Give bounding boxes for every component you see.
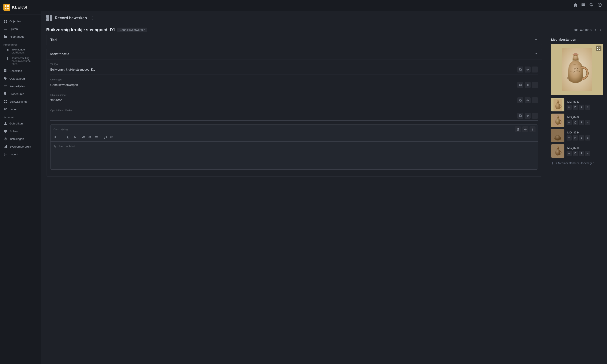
media-main-image[interactable] [551, 44, 603, 95]
home-icon[interactable] [573, 3, 578, 8]
sidebar-item-bulkwijzigingen[interactable]: Bulkwijzigingen [0, 98, 41, 105]
media-expand-button[interactable] [596, 46, 601, 51]
svg-rect-54 [519, 99, 521, 101]
message-icon[interactable] [581, 3, 586, 8]
sidebar-item-objecttypen[interactable]: Objecttypen [0, 75, 41, 82]
thumb-edit-btn-2[interactable]: ✏ [567, 135, 572, 141]
media-panel: Mediabestanden [547, 35, 607, 364]
logo-icon [3, 4, 10, 11]
toolbar-underline-btn[interactable]: U [66, 134, 71, 140]
next-record-button[interactable]: › [599, 27, 602, 33]
toolbar-bold-btn[interactable]: B [53, 134, 58, 140]
sidebar-item-leden[interactable]: Leden [0, 105, 41, 113]
toolbar-italic-btn[interactable]: I [59, 134, 65, 140]
field-eye-btn-titels[interactable] [525, 66, 531, 73]
thumb-reorder-btn-2[interactable]: ≡ [585, 135, 590, 141]
toolbar-strike-btn[interactable]: S [72, 134, 78, 140]
media-thumb-img8785[interactable] [551, 144, 564, 158]
svg-rect-31 [6, 102, 7, 103]
toolbar-align-btn[interactable] [94, 134, 99, 140]
users-icon [3, 107, 7, 111]
menu-icon[interactable] [46, 3, 51, 8]
field-more-btn-opschriften[interactable]: ⋮ [532, 113, 538, 119]
svg-rect-0 [5, 5, 6, 7]
sidebar-label-collecties: Collecties [9, 69, 22, 73]
field-copy-btn-titels[interactable] [517, 66, 523, 73]
thumb-actions-0: ✏ ℹ ≡ [567, 104, 603, 110]
field-more-btn-titels[interactable]: ⋮ [532, 66, 538, 73]
toolbar-image-btn[interactable] [109, 134, 114, 140]
svg-rect-61 [517, 129, 519, 130]
toolbar-link-btn[interactable] [102, 134, 108, 140]
sidebar-item-keuzelijsten[interactable]: Keuzelijsten [0, 82, 41, 90]
field-eye-btn-objecttype[interactable] [525, 82, 531, 88]
toolbar-unordered-list-btn[interactable] [87, 134, 93, 140]
richtext-eye-btn[interactable] [522, 126, 528, 132]
media-thumb-img8783[interactable] [551, 98, 564, 111]
thumb-edit-btn-0[interactable]: ✏ [567, 104, 572, 110]
field-actions-objecttype: ⋮ [517, 82, 538, 88]
sidebar-item-objecten[interactable]: Objecten [0, 17, 41, 25]
thumb-delete-btn-0[interactable] [573, 104, 578, 110]
thumb-edit-btn-1[interactable]: ✏ [567, 120, 572, 125]
sidebar-subitem-inkomende[interactable]: Inkomende bruiklenen. [0, 47, 41, 55]
bulk-icon [3, 100, 7, 104]
field-copy-btn-objectnummer[interactable] [517, 97, 523, 103]
thumb-info-btn-2[interactable]: ℹ [579, 135, 584, 141]
section-titel-header[interactable]: Titel [46, 35, 542, 45]
field-more-btn-objectnummer[interactable]: ⋮ [532, 97, 538, 103]
thumb-info-btn-3[interactable]: ℹ [579, 151, 584, 156]
sidebar-item-procedures[interactable]: Procedures [0, 90, 41, 98]
thumb-info-btn-0[interactable]: ℹ [579, 104, 584, 110]
sidebar-item-logout[interactable]: Logout [0, 150, 41, 158]
svg-rect-28 [4, 100, 5, 101]
svg-point-34 [5, 122, 6, 123]
thumb-edit-btn-3[interactable]: ✏ [567, 151, 572, 156]
app-logo[interactable]: KLEKSI [0, 0, 41, 15]
field-copy-btn-objecttype[interactable] [517, 82, 523, 88]
field-more-btn-objecttype[interactable]: ⋮ [532, 82, 538, 88]
sidebar-item-filemanager[interactable]: Filemanager [0, 33, 41, 40]
toolbar-ordered-list-btn[interactable]: 1. [81, 134, 86, 140]
svg-rect-66 [83, 136, 85, 137]
svg-rect-4 [4, 20, 5, 21]
refresh-icon[interactable] [589, 3, 594, 8]
sidebar-item-gebruikers[interactable]: Gebruikers [0, 119, 41, 127]
help-icon[interactable]: ? [598, 3, 602, 8]
media-thumb-img8782[interactable] [551, 114, 564, 127]
toolbar-divider-1 [79, 135, 79, 139]
svg-rect-14 [7, 50, 8, 51]
thumb-info-btn-1[interactable]: ℹ [579, 120, 584, 125]
sidebar-item-instellingen[interactable]: Instellingen [0, 135, 41, 143]
subitem-label-inkomende: Inkomende bruiklenen. [12, 48, 38, 54]
chevron-up-icon [534, 52, 538, 56]
add-media-button[interactable]: + Mediabestand(en) toevoegen [551, 160, 603, 166]
richtext-more-btn[interactable]: ⋮ [529, 126, 536, 132]
prev-record-button[interactable]: ‹ [594, 27, 597, 33]
sidebar-item-rollen[interactable]: Rollen [0, 127, 41, 135]
thumb-reorder-btn-0[interactable]: ≡ [585, 104, 590, 110]
field-eye-btn-opschriften[interactable] [525, 113, 531, 119]
sidebar-item-systeemverbruik[interactable]: Systeemverbruik [0, 143, 41, 150]
thumb-delete-btn-2[interactable] [573, 135, 578, 141]
topbar: ? [41, 0, 607, 11]
page-header-menu[interactable]: ⋮ [90, 16, 94, 20]
section-identificatie-header[interactable]: Identificatie [46, 49, 542, 59]
richtext-body[interactable]: Typ hier uw tekst... [51, 142, 538, 169]
thumb-delete-btn-3[interactable] [573, 151, 578, 156]
svg-rect-50 [519, 84, 521, 86]
field-copy-btn-opschriften[interactable] [517, 113, 523, 119]
svg-rect-68 [83, 138, 85, 138]
thumb-delete-btn-1[interactable] [573, 120, 578, 125]
media-thumb-img8784[interactable] [551, 129, 564, 142]
svg-point-60 [527, 116, 528, 116]
sidebar-item-collecties[interactable]: Collecties [0, 67, 41, 75]
thumb-reorder-btn-1[interactable]: ≡ [585, 120, 590, 125]
thumb-reorder-btn-3[interactable]: ≡ [585, 151, 590, 156]
richtext-copy-btn[interactable] [515, 126, 521, 132]
field-label-objectnummer: Objectnummer [50, 94, 538, 96]
sidebar-subitem-tentoonstelling[interactable]: Tentoonstelling bodemvondsten. 2025 [0, 55, 41, 67]
svg-point-52 [527, 85, 528, 85]
sidebar-item-lijsten[interactable]: Lijsten [0, 25, 41, 33]
field-eye-btn-objectnummer[interactable] [525, 97, 531, 103]
